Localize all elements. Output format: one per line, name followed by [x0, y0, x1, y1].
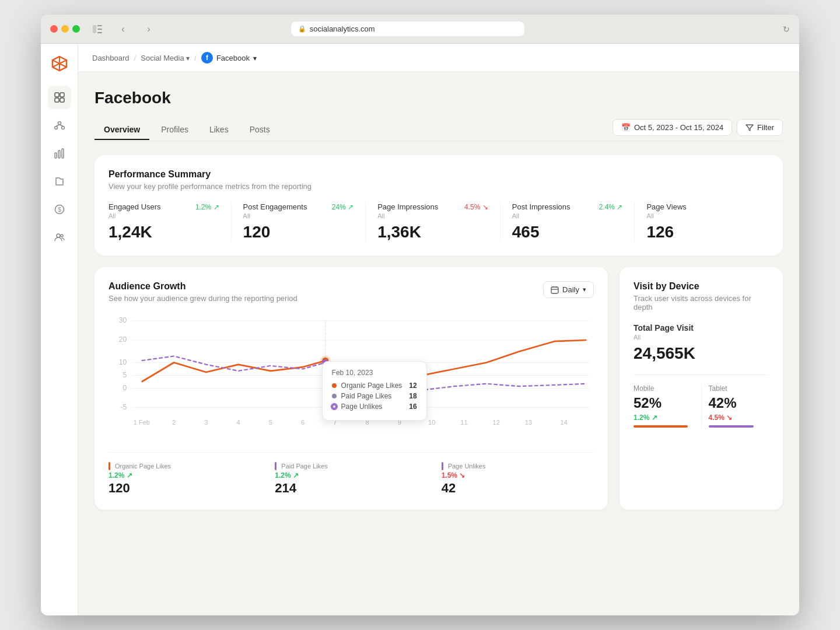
calendar-small-icon: [551, 286, 559, 294]
chart-area: 30 20 10 5 0 -5: [106, 314, 596, 443]
svg-text:6: 6: [301, 419, 304, 426]
svg-rect-1: [97, 25, 102, 26]
filter-button[interactable]: Filter: [737, 119, 783, 136]
logo[interactable]: [49, 53, 70, 74]
legend-unlikes: Page Unlikes 1.5% ↘ 42: [442, 462, 594, 496]
nav-item-billing[interactable]: $: [48, 198, 71, 221]
date-picker[interactable]: 📅 Oct 5, 2023 - Oct 15, 2024: [612, 119, 732, 136]
svg-rect-13: [55, 153, 57, 158]
metric-label-post-imp: Post Impressions 2.4% ↗: [512, 202, 623, 211]
period-chevron: ▾: [583, 286, 586, 293]
audience-title: Audience Growth: [108, 281, 298, 292]
nav-item-connections[interactable]: [48, 114, 71, 137]
tooltip-val-paid: 18: [409, 392, 416, 400]
period-label: Daily: [562, 285, 579, 294]
chart-legend: Organic Page Likes 1.2% ↗ 120 Paid Page …: [108, 452, 594, 496]
metric-value-engaged: 1,24K: [108, 223, 219, 242]
section-dropdown-icon: [186, 54, 190, 62]
svg-text:4: 4: [237, 419, 240, 426]
tooltip-label-unlikes: Page Unlikes: [341, 402, 405, 411]
audience-subtitle: See how your audience grew during the re…: [108, 294, 298, 303]
nav-item-dashboard[interactable]: [48, 86, 71, 109]
browser-chrome: ‹ › 🔒 socialanalytics.com ↻: [41, 15, 799, 44]
daily-dropdown[interactable]: Daily ▾: [543, 281, 594, 298]
svg-rect-5: [60, 93, 64, 97]
svg-text:2: 2: [172, 419, 176, 426]
device-mobile-change: 1.2% ↗: [634, 414, 694, 422]
maximize-button[interactable]: [72, 25, 80, 33]
legend-value-paid: 214: [275, 481, 427, 496]
breadcrumb-sep-1: /: [134, 54, 136, 62]
audience-header: Audience Growth See how your audience gr…: [108, 281, 594, 303]
metric-page-views: Page Views All 126: [635, 202, 769, 242]
tab-profiles[interactable]: Profiles: [152, 120, 198, 140]
tooltip-label-paid: Paid Page Likes: [341, 392, 405, 400]
date-range-text: Oct 5, 2023 - Oct 15, 2024: [634, 123, 723, 132]
legend-bar-paid: [275, 462, 276, 470]
tab-overview[interactable]: Overview: [94, 120, 149, 140]
svg-rect-7: [60, 98, 64, 102]
total-visit-sub: All: [634, 334, 769, 341]
svg-rect-2: [97, 29, 102, 30]
metric-label-post-eng: Post Engagements 24% ↗: [243, 202, 354, 211]
metric-page-impressions: Page Impressions 4.5% ↘ All 1,36K: [366, 202, 501, 242]
filter-icon: [746, 124, 754, 132]
bottom-section: Audience Growth See how your audience gr…: [94, 267, 783, 510]
forward-icon[interactable]: ›: [141, 23, 157, 36]
metric-sub-page-views: All: [646, 212, 757, 219]
breadcrumb-current[interactable]: f Facebook: [201, 52, 257, 64]
address-bar[interactable]: 🔒 socialanalytics.com: [291, 22, 524, 36]
metric-label-engaged: Engaged Users 1.2% ↗: [108, 202, 219, 211]
breadcrumb-section[interactable]: Social Media: [141, 54, 190, 62]
legend-bar-unlikes: [442, 462, 443, 470]
svg-rect-14: [58, 150, 60, 158]
tab-likes[interactable]: Likes: [200, 120, 238, 140]
performance-subtitle: View your key profile performance metric…: [108, 182, 769, 191]
sidebar: $: [41, 44, 78, 615]
total-visit-value: 24,565K: [634, 344, 769, 363]
legend-change-unlikes: 1.5% ↘: [442, 471, 594, 480]
nav-item-analytics[interactable]: [48, 142, 71, 165]
svg-text:30: 30: [119, 316, 127, 324]
current-dropdown-icon: [253, 54, 257, 62]
metric-value-post-eng: 120: [243, 223, 354, 242]
metric-value-page-imp: 1,36K: [377, 223, 488, 242]
tooltip-row-unlikes: Page Unlikes 16: [332, 402, 417, 411]
svg-rect-3: [97, 32, 102, 33]
back-icon[interactable]: ‹: [115, 23, 131, 36]
legend-label-paid: Paid Page Likes: [275, 462, 427, 470]
device-mobile-value: 52%: [634, 395, 694, 411]
main-content: Dashboard / Social Media / f Facebook Fa…: [78, 44, 799, 615]
nav-item-files[interactable]: [48, 170, 71, 193]
total-visit-metric: Total Page Visit All 24,565K: [634, 323, 769, 363]
tooltip-dot-unlikes: [332, 404, 337, 409]
metric-value-page-views: 126: [646, 223, 757, 242]
minimize-button[interactable]: [61, 25, 69, 33]
visit-subtitle: Track user visits across devices for dep…: [634, 294, 769, 312]
svg-text:1 Feb: 1 Feb: [134, 419, 150, 426]
lock-icon: 🔒: [298, 25, 306, 33]
nav-item-users[interactable]: [48, 226, 71, 249]
svg-line-12: [60, 125, 63, 127]
sidebar-toggle-icon[interactable]: [89, 23, 106, 36]
device-mobile-bar: [634, 425, 688, 428]
refresh-icon[interactable]: ↻: [783, 24, 790, 34]
svg-text:14: 14: [561, 419, 568, 426]
performance-card: Performance Summary View your key profil…: [94, 155, 783, 256]
close-button[interactable]: [50, 25, 58, 33]
svg-text:-5: -5: [121, 403, 127, 411]
svg-point-9: [54, 127, 57, 130]
metric-label-page-views: Page Views: [646, 202, 757, 211]
svg-text:11: 11: [460, 419, 467, 426]
metric-post-impressions: Post Impressions 2.4% ↗ All 465: [501, 202, 635, 242]
breadcrumb-dashboard[interactable]: Dashboard: [92, 54, 130, 62]
tab-posts[interactable]: Posts: [240, 120, 279, 140]
svg-text:20: 20: [119, 335, 127, 344]
device-tablet-bar: [709, 425, 754, 428]
page-title: Facebook: [94, 89, 783, 107]
visit-title: Visit by Device: [634, 281, 769, 292]
svg-rect-4: [55, 93, 59, 97]
audience-titles: Audience Growth See how your audience gr…: [108, 281, 298, 303]
svg-rect-6: [55, 98, 59, 102]
tab-controls: 📅 Oct 5, 2023 - Oct 15, 2024 Filter: [612, 119, 783, 141]
